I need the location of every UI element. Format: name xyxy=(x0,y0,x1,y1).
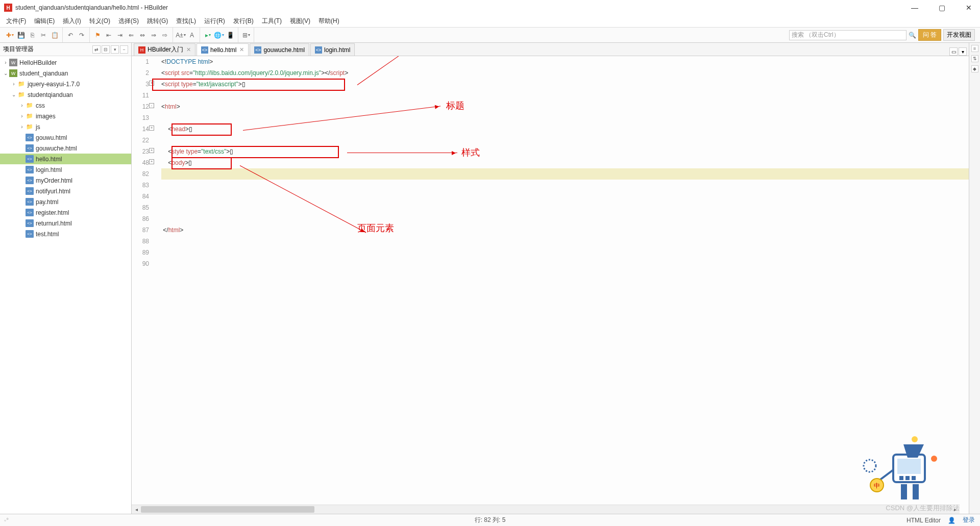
undo-button[interactable]: ↶ xyxy=(66,31,75,40)
menu-item[interactable]: 编辑(E) xyxy=(31,16,58,27)
code-editor[interactable]: 123+1112-1314+2223+48+828384858687888990… xyxy=(132,56,969,514)
close-button[interactable]: ✕ xyxy=(962,3,976,13)
tree-item[interactable]: <>login.html xyxy=(0,164,131,175)
menu-item[interactable]: 运行(R) xyxy=(201,16,228,27)
code-line[interactable]: </html> xyxy=(161,224,969,236)
collapse-icon[interactable]: ⊟ xyxy=(102,45,110,54)
tab-close-icon[interactable]: ✕ xyxy=(186,46,191,53)
tree-item[interactable]: <>gouwu.html xyxy=(0,132,131,143)
font-size-icon[interactable]: A± xyxy=(176,31,185,40)
menu-item[interactable]: 查找(L) xyxy=(173,16,199,27)
more-icon[interactable]: ⊞ xyxy=(241,31,251,40)
code-line[interactable] xyxy=(161,247,969,258)
marker-icon[interactable]: ◆ xyxy=(971,65,978,72)
code-line[interactable]: <!DOCTYPE html> xyxy=(161,56,969,67)
tree-item[interactable]: ›📁jquery-easyui-1.7.0 xyxy=(0,79,131,89)
code-line[interactable]: <head>▯ xyxy=(161,123,969,135)
search-icon[interactable]: 🔍 xyxy=(909,32,916,39)
tree-item[interactable]: <>gouwuche.html xyxy=(0,143,131,154)
tree-item[interactable]: ⌄Wstudent_qianduan xyxy=(0,68,131,79)
menu-item[interactable]: 帮助(H) xyxy=(315,16,342,27)
tree-item[interactable]: <>pay.html xyxy=(0,196,131,207)
code-body[interactable]: 向后端发送请求 标题 样式 页面元素 <!DOCTYPE html><scrip… xyxy=(153,56,969,514)
editor-tab[interactable]: <>hello.html✕ xyxy=(197,43,249,56)
menu-icon[interactable]: ▾ xyxy=(111,45,119,54)
menu-item[interactable]: 工具(T) xyxy=(259,16,285,27)
tree-item[interactable]: ›📁css xyxy=(0,100,131,111)
editor-tab[interactable]: <>login.html xyxy=(310,43,355,56)
tree-item[interactable]: ›📁images xyxy=(0,111,131,121)
scroll-left-icon[interactable]: ◂ xyxy=(132,505,141,514)
code-line[interactable]: <style type="text/css">▯ xyxy=(161,146,969,157)
project-tree[interactable]: ›WHelloHBuilder⌄Wstudent_qianduan›📁jquer… xyxy=(0,56,131,514)
redo-button[interactable]: ↷ xyxy=(77,31,86,40)
minimize-button[interactable]: — xyxy=(907,3,922,13)
login-link[interactable]: 登录 xyxy=(963,516,975,524)
swap-icon[interactable]: ⇅ xyxy=(971,55,978,62)
flag-icon[interactable]: ⚑ xyxy=(93,31,102,40)
cut-button[interactable]: ✂ xyxy=(39,31,48,40)
code-line[interactable]: <html> xyxy=(161,101,969,112)
code-line[interactable]: <script src="http://libs.baidu.com/jquer… xyxy=(161,67,969,79)
code-line[interactable]: <body>▯ xyxy=(161,157,969,168)
code-line[interactable]: <script type="text/javascript">▯ xyxy=(161,79,969,90)
code-line[interactable] xyxy=(161,135,969,146)
code-line[interactable] xyxy=(161,202,969,213)
code-line[interactable] xyxy=(161,168,969,180)
nav2-icon[interactable]: ⇔ xyxy=(138,31,147,40)
tree-item[interactable]: <>register.html xyxy=(0,207,131,218)
menu-item[interactable]: 跳转(G) xyxy=(144,16,171,27)
view-button[interactable]: 开发视图 xyxy=(943,29,975,41)
code-line[interactable] xyxy=(161,112,969,123)
tree-item[interactable]: ⌄📁studentqianduan xyxy=(0,89,131,100)
scroll-thumb[interactable] xyxy=(141,506,314,513)
new-button[interactable]: ✚ xyxy=(5,31,14,40)
minimize-panel-icon[interactable]: − xyxy=(120,45,128,54)
tree-item[interactable]: <>returnurl.html xyxy=(0,218,131,229)
code-line[interactable] xyxy=(161,191,969,202)
tree-item[interactable]: ›WHelloHBuilder xyxy=(0,57,131,68)
horizontal-scrollbar[interactable]: ◂ ▸ xyxy=(132,505,960,514)
tree-item[interactable]: <>hello.html xyxy=(0,154,131,164)
menu-item[interactable]: 文件(F) xyxy=(3,16,29,27)
phone-icon[interactable]: 📱 xyxy=(226,31,235,40)
tab-icon: <> xyxy=(315,46,322,54)
save-all-button[interactable]: ⎘ xyxy=(28,31,37,40)
tab-list-icon[interactable]: ▾ xyxy=(959,47,967,56)
run-button[interactable]: ▸ xyxy=(203,31,212,40)
qa-button[interactable]: 问 答 xyxy=(918,29,941,41)
nav4-icon[interactable]: ⇨ xyxy=(160,31,169,40)
maximize-button[interactable]: ▢ xyxy=(935,3,949,13)
scroll-right-icon[interactable]: ▸ xyxy=(950,505,960,514)
tree-item[interactable]: ›📁js xyxy=(0,121,131,132)
menu-item[interactable]: 插入(I) xyxy=(60,16,84,27)
step-back-icon[interactable]: ⇤ xyxy=(104,31,113,40)
browser-button[interactable]: 🌐 xyxy=(214,31,224,40)
step-fwd-icon[interactable]: ⇥ xyxy=(115,31,125,40)
menu-item[interactable]: 发行(B) xyxy=(230,16,257,27)
paste-button[interactable]: 📋 xyxy=(50,31,59,40)
outline-icon[interactable]: ≡ xyxy=(971,45,978,52)
tree-item[interactable]: <>test.html xyxy=(0,229,131,239)
code-line[interactable] xyxy=(161,258,969,269)
menu-item[interactable]: 转义(O) xyxy=(86,16,113,27)
save-button[interactable]: 💾 xyxy=(16,31,26,40)
code-line[interactable] xyxy=(161,213,969,224)
tab-max-icon[interactable]: ▭ xyxy=(949,47,958,56)
code-line[interactable] xyxy=(161,90,969,101)
nav3-icon[interactable]: ⇒ xyxy=(149,31,158,40)
nav1-icon[interactable]: ⇐ xyxy=(127,31,136,40)
tree-item[interactable]: <>myOrder.html xyxy=(0,175,131,186)
format-icon[interactable]: A xyxy=(187,31,197,40)
folder-icon: 📁 xyxy=(17,80,26,88)
link-icon[interactable]: ⇄ xyxy=(92,45,101,54)
code-line[interactable] xyxy=(161,180,969,191)
editor-tab[interactable]: <>gouwuche.html xyxy=(250,43,309,56)
search-input[interactable] xyxy=(789,30,906,40)
editor-tab[interactable]: HHBuilder入门✕ xyxy=(134,43,195,56)
menu-item[interactable]: 选择(S) xyxy=(115,16,142,27)
tree-item[interactable]: <>notifyurl.html xyxy=(0,186,131,196)
tab-close-icon[interactable]: ✕ xyxy=(239,46,244,53)
code-line[interactable] xyxy=(161,236,969,247)
menu-item[interactable]: 视图(V) xyxy=(287,16,313,27)
